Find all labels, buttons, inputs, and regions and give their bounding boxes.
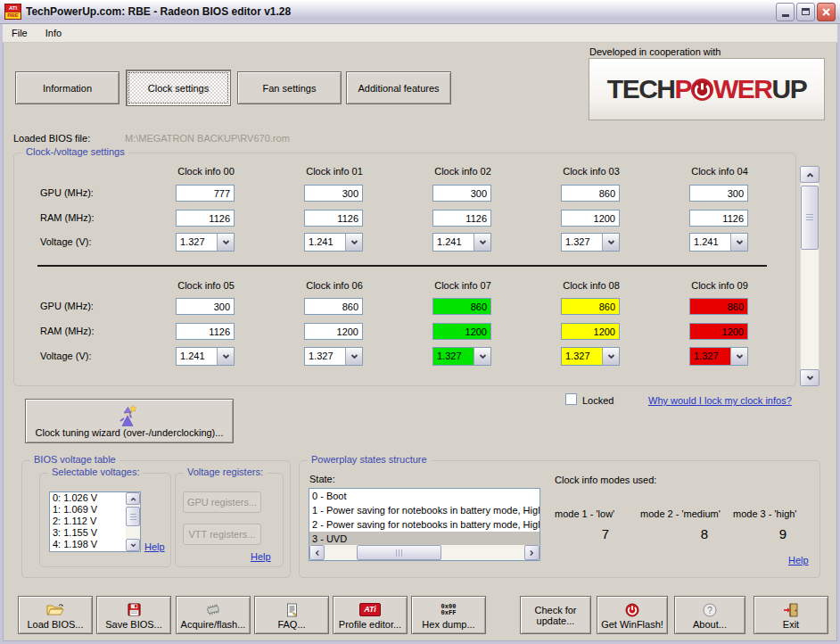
app-icon-top-text: ATI: [5, 4, 21, 12]
menu-info[interactable]: Info: [45, 28, 62, 38]
about-button[interactable]: ? About...: [674, 596, 745, 634]
voltage-select-05[interactable]: 1.241: [176, 347, 235, 366]
gpu-clock-input-05[interactable]: [176, 298, 235, 315]
chip-icon: [203, 603, 223, 616]
voltage-select-01[interactable]: 1.241: [304, 233, 363, 252]
ram-clock-input-05[interactable]: [176, 323, 235, 340]
chevron-down-icon[interactable]: [474, 348, 490, 365]
locked-checkbox[interactable]: [565, 393, 577, 405]
logo-up: UP: [772, 74, 807, 104]
maximize-button[interactable]: [796, 3, 815, 21]
states-scroll-left-button[interactable]: [309, 545, 325, 560]
gpu-clock-input-00[interactable]: [176, 185, 235, 202]
tab-fan-settings[interactable]: Fan settings: [237, 71, 342, 104]
ram-clock-input-08[interactable]: [561, 323, 620, 340]
chevron-down-icon[interactable]: [217, 348, 234, 365]
minimize-button[interactable]: [776, 3, 795, 21]
voltages-scroll-up-button[interactable]: [126, 492, 140, 505]
chevron-down-icon[interactable]: [730, 348, 747, 365]
clock-info-header: Clock info 05: [156, 280, 256, 291]
voltage-select-value: 1.327: [562, 348, 602, 365]
ram-clock-input-07[interactable]: [432, 323, 491, 340]
state-item[interactable]: 0 - Boot: [309, 489, 539, 503]
voltage-select-value: 1.327: [433, 348, 474, 365]
state-item-selected[interactable]: 3 - UVD: [309, 532, 539, 546]
gpu-clock-input-08[interactable]: [561, 298, 620, 315]
save-bios-button[interactable]: Save BIOS...: [96, 596, 171, 634]
document-icon: [286, 603, 298, 617]
gpu-clock-input-03[interactable]: [561, 185, 620, 202]
voltage-select-03[interactable]: 1.327: [561, 233, 620, 252]
gpu-clock-input-02[interactable]: [432, 185, 491, 202]
gpu-clock-input-01[interactable]: [304, 185, 363, 202]
ram-clock-input-02[interactable]: [432, 210, 491, 227]
ram-clock-input-04[interactable]: [689, 210, 748, 227]
voltage-select-09[interactable]: 1.327: [689, 347, 748, 366]
voltage-row-label: Voltage (V):: [40, 236, 91, 247]
question-icon: ?: [703, 603, 717, 617]
gpu-row-label: GPU (MHz):: [40, 187, 94, 198]
ram-clock-input-01[interactable]: [304, 210, 363, 227]
chevron-down-icon[interactable]: [730, 234, 747, 251]
scroll-thumb[interactable]: [801, 186, 819, 250]
voltage-select-06[interactable]: 1.327: [304, 347, 363, 366]
tab-clock-settings[interactable]: Clock settings: [126, 70, 231, 106]
chevron-down-icon[interactable]: [474, 234, 490, 251]
gpu-clock-input-04[interactable]: [689, 185, 748, 202]
check-update-button[interactable]: Check for update...: [520, 596, 591, 634]
chevron-down-icon[interactable]: [602, 234, 619, 251]
chevron-down-icon[interactable]: [217, 234, 234, 251]
clock-info-header: Clock info 01: [284, 166, 384, 177]
chevron-down-icon: [130, 543, 136, 548]
voltage-select-07[interactable]: 1.327: [432, 347, 491, 366]
powerplay-group-label: Powerplay states structure: [308, 454, 431, 465]
chevron-down-icon[interactable]: [602, 348, 619, 365]
chevron-down-icon[interactable]: [345, 348, 362, 365]
states-scroll-thumb[interactable]: [357, 545, 441, 560]
load-bios-button[interactable]: Load BIOS...: [18, 596, 93, 634]
voltages-scroll-thumb[interactable]: [126, 507, 140, 526]
menu-file[interactable]: File: [12, 28, 28, 38]
ram-clock-input-06[interactable]: [304, 323, 363, 340]
voltages-help-link[interactable]: Help: [144, 541, 165, 552]
clock-modes-label: Clock info modes used:: [555, 475, 656, 485]
ram-clock-input-09[interactable]: [689, 323, 748, 340]
thumb-grip: [806, 214, 813, 221]
voltage-select-08[interactable]: 1.327: [561, 347, 620, 366]
profile-editor-label: Profile editor...: [339, 619, 401, 630]
scroll-up-button[interactable]: [800, 166, 819, 183]
clock-tuning-wizard-button[interactable]: Clock tuning wizard (over-/underclocking…: [25, 399, 234, 443]
hex-dump-button[interactable]: 0x000xFF Hex dump...: [411, 596, 486, 634]
acquire-flash-button[interactable]: Acquire/flash...: [176, 596, 251, 634]
states-scroll-right-button[interactable]: [524, 545, 539, 560]
gpu-clock-input-07[interactable]: [432, 298, 491, 315]
powerplay-help-link[interactable]: Help: [788, 555, 809, 566]
state-item[interactable]: 2 - Power saving for notebooks in batter…: [309, 517, 539, 532]
chevron-down-icon[interactable]: [345, 234, 362, 251]
vtt-registers-button[interactable]: VTT registers...: [183, 524, 261, 545]
scroll-down-button[interactable]: [800, 369, 819, 386]
voltages-scroll-down-button[interactable]: [126, 539, 140, 551]
get-winflash-button[interactable]: Get WinFlash!: [597, 596, 668, 634]
gpu-registers-button[interactable]: GPU registers...: [183, 491, 261, 513]
gpu-clock-input-06[interactable]: [304, 298, 363, 315]
lock-help-link[interactable]: Why would I lock my clock infos?: [648, 395, 792, 406]
state-item[interactable]: 1 - Power saving for notebooks in batter…: [309, 503, 539, 517]
profile-editor-button[interactable]: ATi Profile editor...: [333, 596, 408, 634]
tab-information[interactable]: Information: [15, 71, 119, 104]
registers-help-link[interactable]: Help: [251, 551, 271, 562]
voltage-select-00[interactable]: 1.327: [176, 233, 235, 252]
voltage-select-02[interactable]: 1.241: [432, 233, 491, 252]
exit-door-icon: [783, 603, 799, 617]
menu-bar: File Info: [3, 24, 837, 43]
gpu-clock-input-09[interactable]: [689, 298, 748, 315]
close-button[interactable]: [817, 3, 836, 21]
voltage-select-04[interactable]: 1.241: [689, 233, 748, 252]
mode-2-label: mode 2 - 'medium': [640, 508, 721, 519]
ram-clock-input-00[interactable]: [176, 210, 235, 227]
tab-additional-features[interactable]: Additional features: [346, 71, 451, 104]
app-icon-bottom-text: RBE: [5, 12, 21, 19]
exit-button[interactable]: Exit: [754, 596, 828, 634]
faq-button[interactable]: FAQ...: [254, 596, 329, 634]
ram-clock-input-03[interactable]: [561, 210, 620, 227]
